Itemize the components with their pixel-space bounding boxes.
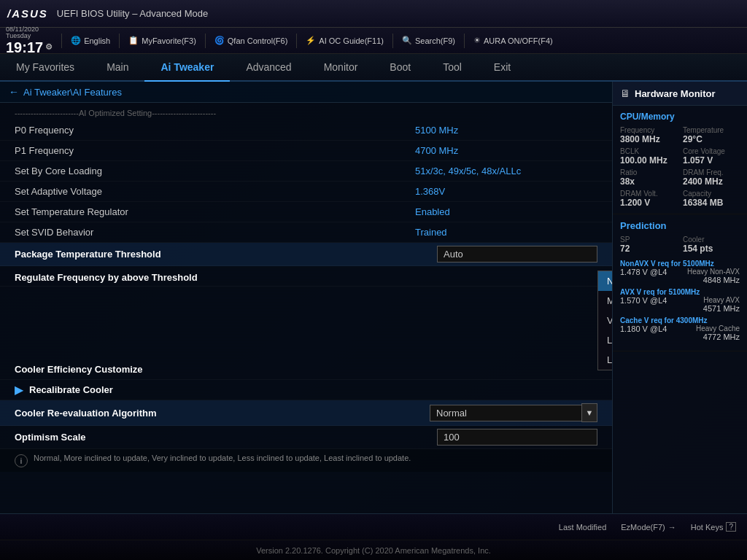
tab-exit[interactable]: Exit	[478, 54, 527, 82]
bclk-label: BCLK	[620, 147, 677, 155]
english-button[interactable]: 🌐 English	[65, 34, 116, 47]
tab-my-favorites[interactable]: My Favorites	[0, 54, 90, 82]
package-temp-label: Package Temperature Threshold	[15, 249, 437, 260]
svid-behavior-label: Set SVID Behavior	[15, 227, 415, 238]
last-modified-button[interactable]: Last Modified	[559, 523, 606, 532]
package-temp-dropdown[interactable]: Auto	[437, 246, 597, 262]
cooler-re-eval-select[interactable]: Normal ▼	[430, 403, 597, 422]
breadcrumb: ← Ai Tweaker\AI Features	[0, 82, 612, 103]
pred-sp-cooler: SP 72 Cooler 154 pts	[620, 236, 740, 254]
cooler-re-eval-label: Cooler Re-evaluation Algorithm	[15, 408, 430, 419]
bclk-value: 100.00 MHz	[620, 155, 677, 166]
regulate-freq-dropdown-menu[interactable]: Normal More inclined to update Very incl…	[597, 271, 612, 370]
cache-voltage-row: Cache V req for 4300MHz 1.180 V @L4 Heav…	[620, 316, 740, 341]
dropdown-option-less-inclined[interactable]: Less inclined to update	[598, 330, 612, 350]
cooler-efficiency-row[interactable]: Cooler Efficiency Customize	[0, 359, 612, 380]
hw-monitor-header: 🖥 Hardware Monitor	[613, 82, 747, 106]
globe-icon: 🌐	[71, 36, 81, 45]
qfan-button[interactable]: 🌀 Qfan Control(F6)	[209, 34, 294, 47]
p1-frequency-label: P1 Frequency	[15, 145, 415, 156]
settings-list: ------------------------AI Optimized Set…	[0, 103, 612, 475]
avx-values: 1.570 V @L4 Heavy AVX 4571 MHz	[620, 296, 740, 313]
expand-icon: ▶	[15, 383, 23, 397]
regulate-freq-label: Regulate Frequency by above Threshold	[15, 271, 597, 283]
svid-behavior-value: Trained	[415, 227, 597, 238]
hot-keys-button[interactable]: Hot Keys ?	[691, 522, 736, 532]
tab-monitor[interactable]: Monitor	[308, 54, 374, 82]
back-button[interactable]: ←	[9, 86, 19, 98]
nonavx-values: 1.478 V @L4 Heavy Non-AVX 4848 MHz	[620, 268, 740, 284]
core-loading-label: Set By Core Loading	[15, 166, 415, 176]
ez-mode-button[interactable]: EzMode(F7) →	[621, 523, 676, 532]
nonavx-label: NonAVX V req for 5100MHz	[620, 260, 740, 268]
fav-icon: 📋	[128, 36, 139, 45]
tab-tool[interactable]: Tool	[427, 54, 478, 82]
dropdown-option-normal[interactable]: Normal	[598, 271, 612, 291]
optimism-scale-row[interactable]: Optimism Scale 100	[0, 426, 612, 449]
search-button[interactable]: 🔍 Search(F9)	[396, 34, 461, 47]
time-settings-icon[interactable]: ⚙	[45, 42, 53, 51]
cooler-re-eval-row[interactable]: Cooler Re-evaluation Algorithm Normal ▼	[0, 400, 612, 426]
recalibrate-cooler-label: Recalibrate Cooler	[29, 384, 597, 395]
cache-label: Cache V req for 4300MHz	[620, 316, 740, 324]
p0-frequency-label: P0 Frequency	[15, 125, 415, 136]
info-row: i Normal, More inclined to update, Very …	[0, 449, 612, 472]
optimism-scale-label: Optimism Scale	[15, 432, 437, 443]
dram-freq-value: 2400 MHz	[683, 176, 740, 187]
cache-right-label: Heavy Cache	[696, 324, 740, 332]
ai-oc-button[interactable]: ⚡ AI OC Guide(F11)	[300, 34, 390, 47]
capacity-value: 16384 MB	[683, 198, 740, 208]
avx-right-val: 4571 MHz	[703, 304, 740, 313]
sp-item: SP 72	[620, 236, 677, 254]
fan-icon: 🌀	[214, 36, 225, 45]
avx-right-label: Heavy AVX	[703, 296, 740, 304]
tab-main[interactable]: Main	[90, 54, 144, 82]
tab-boot[interactable]: Boot	[374, 54, 427, 82]
frequency-item: Frequency 3800 MHz	[620, 126, 677, 144]
dropdown-option-very-inclined[interactable]: Very inclined to update	[598, 311, 612, 330]
hot-keys-icon: ?	[726, 522, 736, 532]
nonavx-right-label: Heavy Non-AVX	[687, 268, 740, 276]
date-display: 08/11/2020Tuesday	[6, 26, 39, 39]
p1-frequency-row: P1 Frequency 4700 MHz	[0, 141, 612, 161]
asus-text: /ASUS	[7, 7, 48, 20]
cpu-memory-section: CPU/Memory Frequency 3800 MHz Temperatur…	[613, 106, 747, 214]
ratio-item: Ratio 38x	[620, 168, 677, 187]
avx-label: AVX V req for 5100MHz	[620, 288, 740, 296]
recalibrate-cooler-row[interactable]: ▶ Recalibrate Cooler	[0, 380, 612, 400]
cpu-memory-grid: Frequency 3800 MHz Temperature 29°C BCLK…	[620, 126, 740, 208]
temperature-item: Temperature 29°C	[683, 126, 740, 144]
asus-logo: /ASUS	[7, 7, 48, 20]
package-temp-row[interactable]: Package Temperature Threshold Auto	[0, 243, 612, 266]
p0-frequency-value: 5100 MHz	[415, 125, 597, 136]
temp-regulator-row: Set Temperature Regulator Enabled	[0, 202, 612, 222]
adaptive-voltage-row: Set Adaptive Voltage 1.368V	[0, 182, 612, 202]
aura-button[interactable]: ☀ AURA ON/OFF(F4)	[468, 34, 559, 47]
nonavx-right-val: 4848 MHz	[687, 276, 740, 284]
core-loading-value: 51x/3c, 49x/5c, 48x/ALLc	[415, 166, 597, 176]
select-arrow-icon[interactable]: ▼	[581, 403, 597, 422]
dropdown-option-more-inclined[interactable]: More inclined to update	[598, 291, 612, 311]
ratio-value: 38x	[620, 176, 677, 187]
capacity-item: Capacity 16384 MB	[683, 190, 740, 208]
ratio-label: Ratio	[620, 168, 677, 176]
adaptive-voltage-label: Set Adaptive Voltage	[15, 186, 415, 197]
separator: ------------------------AI Optimized Set…	[0, 106, 612, 120]
cooler-re-eval-value[interactable]: Normal	[430, 405, 581, 421]
core-voltage-item: Core Voltage 1.057 V	[683, 147, 740, 166]
prediction-section: Prediction SP 72 Cooler 154 pts NonAVX V…	[613, 214, 747, 351]
core-loading-row: Set By Core Loading 51x/3c, 49x/5c, 48x/…	[0, 161, 612, 182]
p0-frequency-row: P0 Frequency 5100 MHz	[0, 120, 612, 141]
frequency-label: Frequency	[620, 126, 677, 134]
dram-volt-item: DRAM Volt. 1.200 V	[620, 190, 677, 208]
frequency-value: 3800 MHz	[620, 134, 677, 144]
tab-advanced[interactable]: Advanced	[230, 54, 307, 82]
optimism-scale-value[interactable]: 100	[437, 429, 597, 446]
tab-ai-tweaker[interactable]: Ai Tweaker	[144, 54, 230, 82]
dropdown-option-least-inclined[interactable]: Least inclined to update	[598, 350, 612, 370]
toolbar-sep-2	[119, 34, 120, 48]
hw-monitor-title: Hardware Monitor	[635, 88, 716, 99]
myfavorite-button[interactable]: 📋 MyFavorite(F3)	[123, 34, 202, 47]
dram-volt-label: DRAM Volt.	[620, 190, 677, 198]
toolbar-sep-5	[392, 34, 393, 48]
